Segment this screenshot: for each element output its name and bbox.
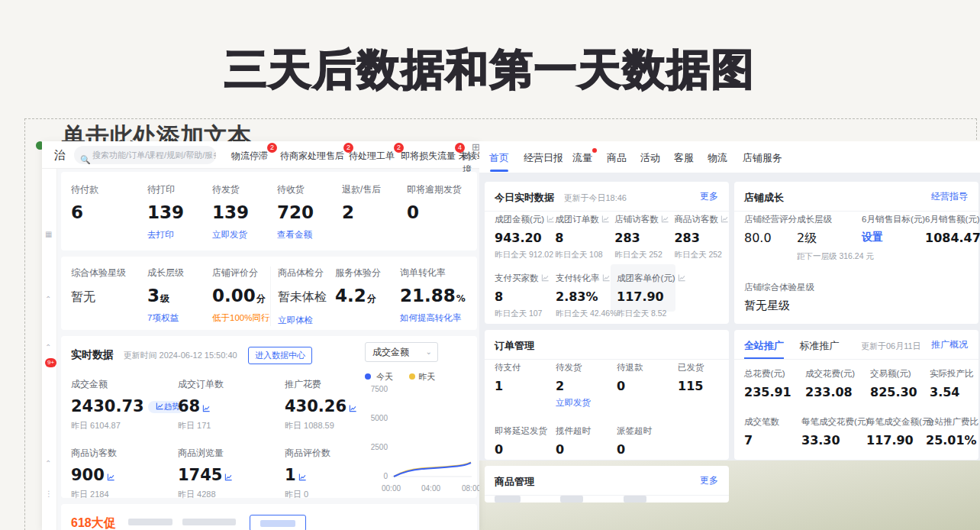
trend-icon[interactable]	[678, 273, 686, 282]
chevron-up-icon[interactable]: ⌃	[45, 295, 51, 303]
order-metric: 已发货 115	[678, 362, 704, 409]
grade-metric: 服务体验分 4.2分	[335, 267, 400, 326]
promo-metric: 成交笔数 7	[744, 416, 801, 448]
chart-y-axis: 7500 5000 2500 0	[365, 383, 388, 483]
grade-metric: 店铺评价分 0.00分 低于100%同行	[212, 267, 277, 326]
promo-action-button[interactable]	[250, 515, 306, 530]
tab-service[interactable]: 客服	[674, 151, 694, 165]
growth-metric: 6月销售额(元) 1084.47	[925, 214, 980, 262]
grade-card: 综合体验星级 暂无 成长层级 3级 7项权益 店铺评价分 0.00分 低于100…	[61, 257, 477, 330]
tab-home[interactable]: 首页	[489, 151, 509, 165]
improve-conversion-link[interactable]: 如何提高转化率	[400, 312, 462, 324]
legend-dot-today	[365, 373, 371, 380]
trend-icon[interactable]	[546, 215, 555, 223]
trend-icon[interactable]	[107, 473, 115, 481]
trend-icon[interactable]	[601, 215, 610, 223]
data-center-button[interactable]: 进入数据中心	[248, 347, 312, 364]
trend-icon[interactable]	[541, 273, 550, 282]
order-metric: 派签超时 0	[617, 425, 652, 457]
trend-icon[interactable]	[602, 273, 611, 282]
search-placeholder: 搜索功能/订单/课程/规则/帮助/服务	[92, 150, 216, 160]
nav-item-logistics[interactable]: 物流停滞 2	[231, 150, 268, 163]
order-metric: 待发货 2 立即发货	[556, 362, 617, 409]
health-check-link[interactable]: 立即体检	[278, 315, 313, 326]
trend-icon[interactable]	[720, 215, 729, 223]
set-target-link[interactable]: 设置	[862, 231, 883, 244]
search-input[interactable]: 🔍 搜索功能/订单/课程/规则/帮助/服务	[74, 146, 216, 164]
promo-overview-link[interactable]: 推广概况	[931, 338, 968, 351]
promo-metric: 每笔成交花费(元) 33.30	[801, 416, 866, 448]
trend-icon	[156, 402, 164, 410]
today-metric: 成团客单价(元) 117.90 昨日全天 8.52	[617, 273, 686, 319]
trend-icon[interactable]	[202, 404, 211, 412]
trend-icon[interactable]	[661, 215, 669, 223]
order-metric: 揽件超时 0	[556, 425, 617, 457]
menu-grid-icon[interactable]: ▦	[45, 230, 52, 238]
promo-metric: 每笔成交金额(元) 117.90	[866, 416, 926, 448]
growth-metric: 成长层级 2级 距下一层级 316.24 元	[797, 214, 862, 262]
tab-sitewide-promo[interactable]: 全站推广	[744, 339, 784, 359]
grade-metric: 综合体验星级 暂无	[71, 267, 147, 326]
chevron-down-icon: ⌄	[426, 343, 432, 361]
ship-now-link[interactable]: 立即发货	[556, 397, 591, 409]
blurred-text	[495, 496, 521, 503]
grade-metric: 商品体检分 暂未体检 立即体检	[270, 267, 335, 326]
today-data-card: 今日实时数据 更新于今日18:46 更多 成团金额(元) 943.20 昨日全天…	[485, 182, 729, 324]
trend-icon[interactable]	[298, 473, 307, 481]
tab-goods[interactable]: 商品	[607, 151, 627, 165]
tab-logistics[interactable]: 物流	[708, 151, 727, 165]
nav-item-aftersale[interactable]: 待商家处理售后 2	[280, 150, 344, 163]
order-metric: 待支付 1	[495, 362, 556, 409]
today-metric: 支付转化率 2.83% 昨日全天 42.46%	[556, 273, 617, 319]
promo-metric: 交易额(元) 825.30	[870, 368, 930, 399]
blurred-text	[182, 519, 236, 525]
tab-shop-service[interactable]: 店铺服务	[743, 151, 782, 165]
nav-item-ticket[interactable]: 待处理工单 2	[349, 150, 395, 163]
realtime-metric: 商品访客数 900 昨日 2184	[71, 447, 178, 500]
notification-dot	[592, 148, 597, 153]
todo-metric: 退款/售后 2	[342, 183, 407, 241]
realtime-metric: 推广花费 430.26 昨日 1088.59	[285, 378, 357, 431]
today-metric: 支付买家数 8 昨日全天 107	[495, 273, 556, 319]
realtime-updated: 更新时间 2024-06-12 15:50:40	[123, 351, 237, 360]
left-dashboard: 治 🔍 搜索功能/订单/课程/规则/帮助/服务 物流停滞 2 待商家处理售后 2…	[42, 141, 479, 530]
todo-metric: 即将逾期发货 0	[407, 183, 462, 241]
promo-618-title: 618大促	[71, 516, 116, 529]
realtime-metric: 成交金额 2430.73趋势 昨日 6104.87	[71, 378, 178, 431]
trend-icon[interactable]	[349, 404, 357, 412]
today-metric: 商品访客数 283 昨日全天 252	[674, 214, 729, 260]
benefits-link[interactable]: 7项权益	[147, 312, 179, 324]
chart-metric-select[interactable]: 成交金额 ⌄	[365, 342, 438, 362]
collapse-icon[interactable]: ⋮	[45, 490, 53, 498]
nav-item-traffic-loss[interactable]: 即将损失流量 4	[401, 150, 456, 163]
order-metric: 即将延迟发货 0	[495, 425, 556, 457]
promotion-card: 全站推广 标准推广 更新于06月11日 推广概况 总花费(元) 235.91 成…	[734, 330, 978, 460]
more-link[interactable]: 更多	[700, 190, 718, 203]
print-link[interactable]: 去打印	[147, 229, 174, 241]
chevron-up-icon[interactable]: ⌃	[45, 343, 51, 351]
realtime-metric: 商品评价数 1 昨日 0	[285, 447, 330, 500]
tab-standard-promo[interactable]: 标准推广	[799, 339, 839, 353]
promo-metric: 总花费(元) 235.91	[744, 368, 805, 399]
tab-daily-report[interactable]: 经营日报	[524, 151, 563, 165]
blurred-text	[128, 519, 172, 525]
ship-now-link[interactable]: 立即发货	[212, 229, 247, 241]
badge: 2	[267, 143, 277, 153]
shop-growth-card: 店铺成长 经营指导 店铺经营评分 80.0 成长层级 2级 距下一层级 316.…	[734, 182, 978, 324]
page-title: 三天后数据和第一天数据图	[0, 41, 980, 99]
page: 三天后数据和第一天数据图 单击此处添加文本 治 🔍 搜索功能/订单/课程/规则/…	[0, 0, 980, 530]
today-metric: 店铺访客数 283 昨日全天 252	[614, 214, 674, 260]
view-amount-link[interactable]: 查看金额	[277, 229, 312, 241]
more-link[interactable]: 更多	[700, 474, 718, 487]
series-yesterday	[394, 463, 471, 477]
star-label: 店铺综合体验星级	[744, 282, 978, 293]
below-peers-link[interactable]: 低于100%同行	[212, 312, 269, 324]
order-management-card: 订单管理 待支付 1 待发货 2 立即发货 待退款 0 已发货	[485, 330, 729, 460]
trend-icon[interactable]	[224, 473, 233, 481]
tab-traffic[interactable]: 流量	[572, 151, 592, 165]
tab-activity[interactable]: 活动	[640, 151, 660, 165]
guidance-link[interactable]: 经营指导	[931, 190, 968, 203]
chevron-up-icon[interactable]: ⌃	[45, 459, 51, 467]
left-header: 治 🔍 搜索功能/订单/课程/规则/帮助/服务 物流停滞 2 待商家处理售后 2…	[42, 141, 479, 169]
todo-card: 待付款 6 待打印 139 去打印 待发货 139 立即发货 待收货 720 查…	[61, 172, 477, 250]
